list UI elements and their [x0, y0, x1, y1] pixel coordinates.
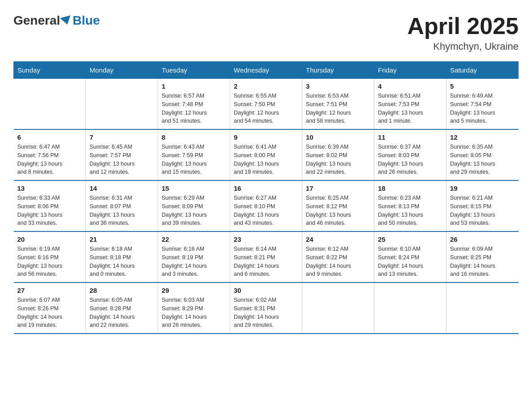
day-info: Sunrise: 6:23 AM Sunset: 8:13 PM Dayligh… — [378, 194, 442, 227]
header-cell-saturday: Saturday — [446, 62, 519, 79]
week-row-1: 1Sunrise: 6:57 AM Sunset: 7:48 PM Daylig… — [14, 79, 519, 130]
day-info: Sunrise: 6:39 AM Sunset: 8:02 PM Dayligh… — [306, 143, 370, 176]
calendar-cell: 3Sunrise: 6:53 AM Sunset: 7:51 PM Daylig… — [302, 79, 374, 130]
calendar-cell: 11Sunrise: 6:37 AM Sunset: 8:03 PM Dayli… — [374, 129, 446, 180]
day-info: Sunrise: 6:19 AM Sunset: 8:16 PM Dayligh… — [17, 245, 82, 278]
day-info: Sunrise: 6:29 AM Sunset: 8:09 PM Dayligh… — [162, 194, 226, 227]
calendar-cell: 1Sunrise: 6:57 AM Sunset: 7:48 PM Daylig… — [158, 79, 230, 130]
day-info: Sunrise: 6:05 AM Sunset: 8:28 PM Dayligh… — [90, 296, 154, 330]
day-info: Sunrise: 6:55 AM Sunset: 7:50 PM Dayligh… — [234, 92, 298, 125]
calendar-cell: 7Sunrise: 6:45 AM Sunset: 7:57 PM Daylig… — [86, 129, 158, 180]
calendar-cell: 26Sunrise: 6:09 AM Sunset: 8:25 PM Dayli… — [446, 231, 519, 283]
logo-blue-text: Blue — [73, 13, 100, 28]
calendar-cell: 25Sunrise: 6:10 AM Sunset: 8:24 PM Dayli… — [374, 231, 446, 283]
day-number: 15 — [162, 184, 226, 192]
day-info: Sunrise: 6:33 AM Sunset: 8:06 PM Dayligh… — [17, 194, 82, 227]
day-number: 30 — [234, 287, 298, 294]
week-row-5: 27Sunrise: 6:07 AM Sunset: 8:26 PM Dayli… — [14, 283, 519, 334]
calendar-cell: 28Sunrise: 6:05 AM Sunset: 8:28 PM Dayli… — [86, 283, 158, 334]
day-info: Sunrise: 6:18 AM Sunset: 8:18 PM Dayligh… — [90, 245, 154, 278]
day-number: 26 — [450, 235, 515, 243]
day-info: Sunrise: 6:14 AM Sunset: 8:21 PM Dayligh… — [234, 245, 298, 278]
calendar-cell: 13Sunrise: 6:33 AM Sunset: 8:06 PM Dayli… — [14, 180, 86, 231]
header-cell-monday: Monday — [86, 62, 158, 79]
calendar-cell: 21Sunrise: 6:18 AM Sunset: 8:18 PM Dayli… — [86, 231, 158, 283]
day-info: Sunrise: 6:47 AM Sunset: 7:56 PM Dayligh… — [17, 143, 82, 176]
day-number: 22 — [162, 235, 226, 243]
day-info: Sunrise: 6:43 AM Sunset: 7:59 PM Dayligh… — [162, 143, 226, 176]
location-subtitle: Khymchyn, Ukraine — [407, 41, 519, 52]
day-number: 24 — [306, 235, 370, 243]
day-number: 8 — [162, 133, 226, 141]
day-info: Sunrise: 6:25 AM Sunset: 8:12 PM Dayligh… — [306, 194, 370, 227]
calendar-cell: 20Sunrise: 6:19 AM Sunset: 8:16 PM Dayli… — [14, 231, 86, 283]
day-info: Sunrise: 6:37 AM Sunset: 8:03 PM Dayligh… — [378, 143, 442, 176]
calendar-cell: 12Sunrise: 6:35 AM Sunset: 8:05 PM Dayli… — [446, 129, 519, 180]
calendar-cell: 22Sunrise: 6:16 AM Sunset: 8:19 PM Dayli… — [158, 231, 230, 283]
calendar-cell: 30Sunrise: 6:02 AM Sunset: 8:31 PM Dayli… — [230, 283, 302, 334]
calendar-cell: 27Sunrise: 6:07 AM Sunset: 8:26 PM Dayli… — [14, 283, 86, 334]
day-number: 18 — [378, 184, 442, 192]
header-cell-friday: Friday — [374, 62, 446, 79]
header-cell-sunday: Sunday — [14, 62, 86, 79]
day-info: Sunrise: 6:51 AM Sunset: 7:53 PM Dayligh… — [378, 92, 442, 125]
day-number: 4 — [378, 82, 442, 90]
calendar-cell — [302, 283, 374, 334]
day-info: Sunrise: 6:16 AM Sunset: 8:19 PM Dayligh… — [162, 245, 226, 278]
calendar-body: 1Sunrise: 6:57 AM Sunset: 7:48 PM Daylig… — [14, 79, 519, 334]
calendar-cell — [14, 79, 86, 130]
day-info: Sunrise: 6:53 AM Sunset: 7:51 PM Dayligh… — [306, 92, 370, 125]
week-row-4: 20Sunrise: 6:19 AM Sunset: 8:16 PM Dayli… — [14, 231, 519, 283]
day-info: Sunrise: 6:49 AM Sunset: 7:54 PM Dayligh… — [450, 92, 515, 125]
day-number: 7 — [90, 133, 154, 141]
calendar-cell: 5Sunrise: 6:49 AM Sunset: 7:54 PM Daylig… — [446, 79, 519, 130]
day-info: Sunrise: 6:12 AM Sunset: 8:22 PM Dayligh… — [306, 245, 370, 278]
logo-general-text: General — [13, 13, 60, 28]
calendar-table: SundayMondayTuesdayWednesdayThursdayFrid… — [13, 61, 519, 334]
calendar-cell: 4Sunrise: 6:51 AM Sunset: 7:53 PM Daylig… — [374, 79, 446, 130]
day-number: 21 — [90, 235, 154, 243]
day-number: 13 — [17, 184, 82, 192]
header-cell-wednesday: Wednesday — [230, 62, 302, 79]
day-number: 16 — [234, 184, 298, 192]
day-info: Sunrise: 6:57 AM Sunset: 7:48 PM Dayligh… — [162, 92, 226, 125]
calendar-cell: 16Sunrise: 6:27 AM Sunset: 8:10 PM Dayli… — [230, 180, 302, 231]
day-info: Sunrise: 6:41 AM Sunset: 8:00 PM Dayligh… — [234, 143, 298, 176]
day-number: 5 — [450, 82, 515, 90]
day-info: Sunrise: 6:07 AM Sunset: 8:26 PM Dayligh… — [17, 296, 82, 330]
calendar-cell: 18Sunrise: 6:23 AM Sunset: 8:13 PM Dayli… — [374, 180, 446, 231]
calendar-cell: 23Sunrise: 6:14 AM Sunset: 8:21 PM Dayli… — [230, 231, 302, 283]
day-number: 2 — [234, 82, 298, 90]
calendar-cell: 14Sunrise: 6:31 AM Sunset: 8:07 PM Dayli… — [86, 180, 158, 231]
week-row-2: 6Sunrise: 6:47 AM Sunset: 7:56 PM Daylig… — [14, 129, 519, 180]
day-number: 27 — [17, 287, 82, 294]
day-number: 14 — [90, 184, 154, 192]
day-info: Sunrise: 6:10 AM Sunset: 8:24 PM Dayligh… — [378, 245, 442, 278]
calendar-cell — [446, 283, 519, 334]
day-number: 11 — [378, 133, 442, 141]
day-info: Sunrise: 6:27 AM Sunset: 8:10 PM Dayligh… — [234, 194, 298, 227]
day-number: 17 — [306, 184, 370, 192]
calendar-cell: 24Sunrise: 6:12 AM Sunset: 8:22 PM Dayli… — [302, 231, 374, 283]
calendar-cell: 17Sunrise: 6:25 AM Sunset: 8:12 PM Dayli… — [302, 180, 374, 231]
day-number: 20 — [17, 235, 82, 243]
title-section: April 2025 Khymchyn, Ukraine — [407, 13, 519, 52]
day-number: 1 — [162, 82, 226, 90]
header-cell-tuesday: Tuesday — [158, 62, 230, 79]
calendar-cell — [86, 79, 158, 130]
day-number: 12 — [450, 133, 515, 141]
page-header: General Blue April 2025 Khymchyn, Ukrain… — [13, 13, 519, 52]
day-number: 3 — [306, 82, 370, 90]
day-info: Sunrise: 6:31 AM Sunset: 8:07 PM Dayligh… — [90, 194, 154, 227]
calendar-cell: 9Sunrise: 6:41 AM Sunset: 8:00 PM Daylig… — [230, 129, 302, 180]
calendar-cell: 6Sunrise: 6:47 AM Sunset: 7:56 PM Daylig… — [14, 129, 86, 180]
calendar-cell — [374, 283, 446, 334]
day-number: 6 — [17, 133, 82, 141]
day-number: 23 — [234, 235, 298, 243]
day-info: Sunrise: 6:45 AM Sunset: 7:57 PM Dayligh… — [90, 143, 154, 176]
day-info: Sunrise: 6:02 AM Sunset: 8:31 PM Dayligh… — [234, 296, 298, 330]
day-info: Sunrise: 6:03 AM Sunset: 8:29 PM Dayligh… — [162, 296, 226, 330]
day-number: 29 — [162, 287, 226, 294]
logo-arrow-icon — [60, 15, 73, 26]
day-number: 19 — [450, 184, 515, 192]
